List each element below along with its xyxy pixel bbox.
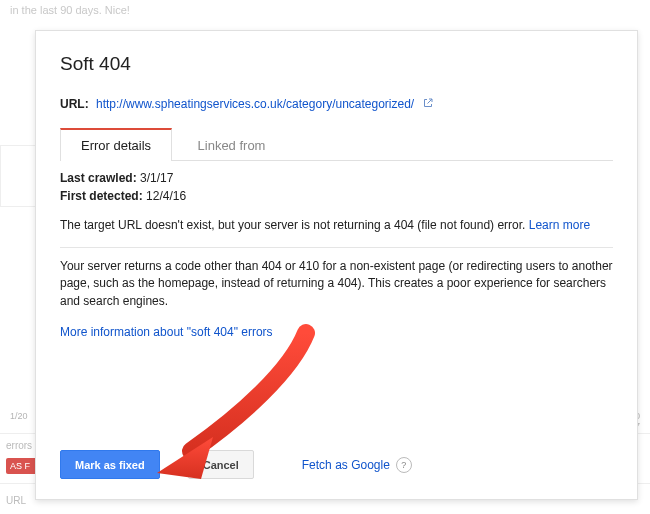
bg-date-left: 1/20 [10, 411, 28, 431]
bg-url-label: URL [6, 495, 26, 506]
cancel-button[interactable]: Cancel [188, 450, 254, 479]
tabs: Error details Linked from [60, 126, 613, 161]
learn-more-link[interactable]: Learn more [529, 218, 590, 232]
bg-faint-box [0, 145, 37, 207]
external-link-icon[interactable] [422, 97, 434, 112]
error-explain: The target URL doesn't exist, but your s… [60, 217, 613, 234]
help-icon[interactable]: ? [396, 457, 412, 473]
url-label: URL: [60, 97, 89, 111]
url-row: URL: http://www.spheatingservices.co.uk/… [60, 97, 613, 112]
tab-error-details[interactable]: Error details [60, 128, 172, 161]
last-crawled-label: Last crawled: [60, 171, 137, 185]
button-row: Mark as fixed Cancel Fetch as Google ? [60, 450, 613, 479]
bg-top-text: in the last 90 days. Nice! [10, 4, 130, 16]
first-detected-row: First detected: 12/4/16 [60, 189, 613, 203]
last-crawled-row: Last crawled: 3/1/17 [60, 171, 613, 185]
error-explain-text: The target URL doesn't exist, but your s… [60, 218, 525, 232]
bg-errors-label: errors [6, 440, 32, 451]
last-crawled-value: 3/1/17 [140, 171, 173, 185]
error-paragraph: Your server returns a code other than 40… [60, 258, 613, 310]
fetch-label: Fetch as Google [302, 458, 390, 472]
first-detected-label: First detected: [60, 189, 143, 203]
fetch-as-google-link[interactable]: Fetch as Google ? [302, 457, 412, 473]
more-info-link[interactable]: More information about "soft 404" errors [60, 325, 273, 339]
first-detected-value: 12/4/16 [146, 189, 186, 203]
dialog-title: Soft 404 [60, 53, 613, 75]
mark-as-fixed-button[interactable]: Mark as fixed [60, 450, 160, 479]
error-dialog: Soft 404 URL: http://www.spheatingservic… [35, 30, 638, 500]
tab-linked-from[interactable]: Linked from [177, 127, 287, 161]
url-link[interactable]: http://www.spheatingservices.co.uk/categ… [96, 97, 414, 111]
separator [60, 247, 613, 248]
